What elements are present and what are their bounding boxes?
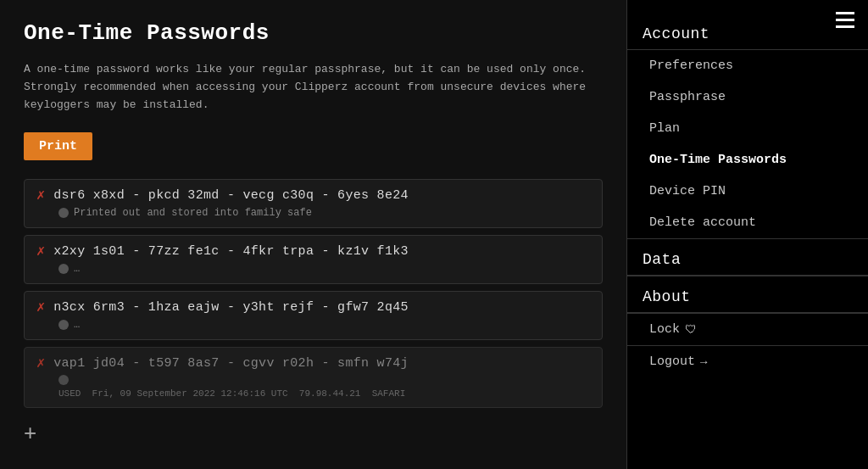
- password-value: vap1 jd04 - t597 8as7 - cgvv r02h - smfn…: [53, 356, 409, 371]
- table-row: ✗ dsr6 x8xd - pkcd 32md - vecg c30q - 6y…: [24, 179, 603, 228]
- password-note: …: [58, 263, 590, 275]
- note-dot-icon: [58, 264, 69, 274]
- note-text: …: [74, 319, 80, 331]
- table-row: ✗ x2xy 1s01 - 77zz fe1c - 4fkr trpa - kz…: [24, 235, 603, 284]
- sidebar-item-label: Logout: [649, 355, 695, 369]
- note-text: Printed out and stored into family safe: [74, 207, 312, 219]
- password-used-info: USED Fri, 09 September 2022 12:46:16 UTC…: [58, 388, 590, 399]
- sidebar-item-passphrase[interactable]: Passphrase: [627, 81, 868, 113]
- sidebar-section-data: Data: [627, 239, 868, 276]
- sidebar-item-otp[interactable]: One-Time Passwords: [627, 144, 868, 176]
- page-title: One-Time Passwords: [24, 20, 603, 46]
- sidebar-item-label: Lock: [649, 322, 680, 337]
- password-note: [58, 375, 590, 385]
- password-value: x2xy 1s01 - 77zz fe1c - 4fkr trpa - kz1v…: [53, 244, 409, 259]
- sidebar-item-label: Preferences: [649, 59, 733, 73]
- sidebar-item-device-pin[interactable]: Device PIN: [627, 176, 868, 207]
- sidebar-item-lock[interactable]: Lock 🛡: [627, 314, 868, 345]
- sidebar-item-label: One-Time Passwords: [649, 153, 787, 167]
- sidebar-item-plan[interactable]: Plan: [627, 113, 868, 144]
- password-item-header: ✗ n3cx 6rm3 - 1hza eajw - y3ht rejf - gf…: [36, 300, 590, 315]
- sidebar-item-logout[interactable]: Logout →: [627, 346, 868, 377]
- note-text: …: [74, 263, 80, 275]
- table-row: ✗ vap1 jd04 - t597 8as7 - cgvv r02h - sm…: [24, 347, 603, 408]
- lock-icon: 🛡: [685, 323, 697, 337]
- password-item-header: ✗ vap1 jd04 - t597 8as7 - cgvv r02h - sm…: [36, 356, 590, 371]
- logout-icon: →: [700, 355, 707, 369]
- sidebar-item-label: Device PIN: [649, 184, 726, 198]
- remove-password-icon[interactable]: ✗: [36, 244, 45, 259]
- hamburger-menu[interactable]: [836, 12, 854, 28]
- print-button[interactable]: Print: [24, 132, 92, 160]
- sidebar-section-about: About: [627, 276, 868, 313]
- password-item-header: ✗ x2xy 1s01 - 77zz fe1c - 4fkr trpa - kz…: [36, 244, 590, 259]
- sidebar-item-delete-account[interactable]: Delete account: [627, 207, 868, 238]
- remove-password-icon[interactable]: ✗: [36, 300, 45, 315]
- note-dot-icon: [58, 208, 69, 218]
- password-value: n3cx 6rm3 - 1hza eajw - y3ht rejf - gfw7…: [53, 300, 409, 315]
- sidebar-nav: Account Preferences Passphrase Plan One-…: [627, 14, 868, 377]
- hamburger-line-3: [836, 25, 854, 28]
- hamburger-line-2: [836, 19, 854, 21]
- password-item-header: ✗ dsr6 x8xd - pkcd 32md - vecg c30q - 6y…: [36, 188, 590, 203]
- sidebar-section-account: Account: [627, 14, 868, 50]
- sidebar-item-preferences[interactable]: Preferences: [627, 50, 868, 81]
- add-password-button[interactable]: +: [24, 422, 36, 444]
- hamburger-line-1: [836, 12, 854, 14]
- sidebar: Account Preferences Passphrase Plan One-…: [626, 0, 868, 469]
- sidebar-item-label: Plan: [649, 121, 680, 136]
- sidebar-item-label: Passphrase: [649, 90, 726, 104]
- table-row: ✗ n3cx 6rm3 - 1hza eajw - y3ht rejf - gf…: [24, 291, 603, 340]
- remove-password-icon[interactable]: ✗: [36, 188, 45, 203]
- note-dot-icon: [58, 375, 69, 385]
- note-dot-icon: [58, 320, 69, 330]
- page-description: A one-time password works like your regu…: [24, 61, 603, 114]
- password-note: …: [58, 319, 590, 331]
- remove-password-icon[interactable]: ✗: [36, 356, 45, 371]
- password-value: dsr6 x8xd - pkcd 32md - vecg c30q - 6yes…: [53, 188, 409, 203]
- sidebar-item-label: Delete account: [649, 215, 756, 230]
- password-note: Printed out and stored into family safe: [58, 207, 590, 219]
- password-list: ✗ dsr6 x8xd - pkcd 32md - vecg c30q - 6y…: [24, 179, 603, 415]
- main-content: One-Time Passwords A one-time password w…: [0, 0, 626, 469]
